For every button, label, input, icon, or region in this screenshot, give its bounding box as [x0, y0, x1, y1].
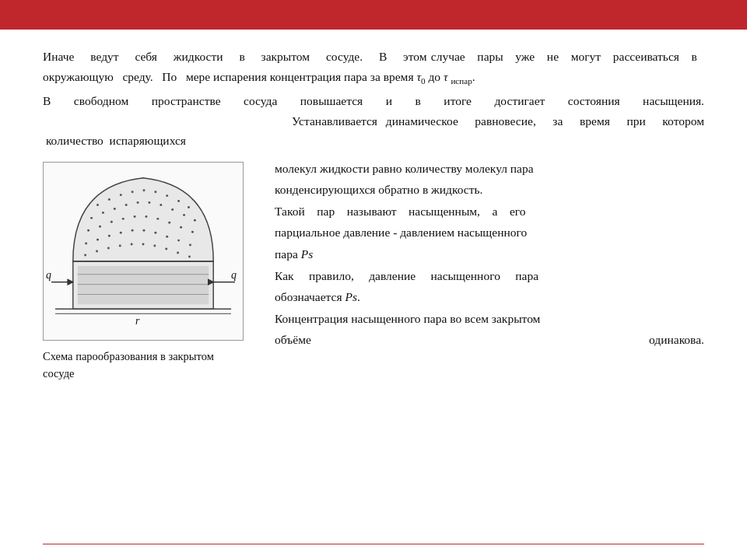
svg-rect-2: [78, 266, 209, 305]
tau-subscript-ispar: испар: [451, 76, 472, 86]
svg-point-5: [120, 194, 122, 196]
right-line-7: обозначается Ps.: [275, 287, 704, 307]
svg-point-35: [120, 231, 122, 233]
svg-point-16: [137, 201, 139, 204]
svg-point-33: [96, 238, 99, 240]
svg-point-50: [177, 251, 179, 254]
svg-point-42: [84, 254, 86, 256]
q-right-label: q: [231, 268, 237, 280]
right-line-3: Такой пар называют насыщенным, а его: [275, 201, 704, 222]
svg-point-7: [143, 189, 146, 191]
page: Иначе ведут себя жидкости в закрытом сос…: [0, 0, 747, 560]
svg-point-44: [107, 247, 110, 249]
ps-italic-1: Ps: [301, 247, 314, 261]
right-line-9: объёме одинакова.: [275, 330, 704, 350]
right-line-8: Концентрация насыщенного пара во всем за…: [275, 309, 704, 329]
right-line-9-end: одинакова.: [649, 330, 704, 350]
svg-point-9: [166, 194, 168, 197]
svg-point-29: [168, 222, 170, 224]
svg-point-32: [85, 242, 87, 244]
svg-point-14: [114, 208, 116, 210]
svg-point-40: [177, 239, 180, 241]
svg-point-34: [108, 234, 110, 236]
svg-point-15: [125, 204, 128, 206]
svg-point-18: [160, 204, 162, 206]
svg-point-26: [134, 215, 136, 218]
svg-point-4: [108, 198, 110, 201]
content-area: Иначе ведут себя жидкости в закрытом сос…: [0, 30, 747, 560]
svg-point-37: [143, 229, 146, 231]
svg-point-36: [132, 229, 134, 231]
svg-point-8: [154, 191, 156, 193]
svg-point-46: [131, 243, 133, 245]
svg-point-45: [119, 244, 121, 247]
svg-point-43: [96, 250, 98, 252]
svg-point-47: [142, 243, 145, 245]
right-line-6: Как правило, давление насыщенного пара: [275, 266, 704, 286]
paragraph-2: В свободном пространстве сосуда повышает…: [43, 91, 704, 151]
figure-box: q q r: [43, 162, 244, 341]
middle-section: q q r: [43, 159, 704, 530]
right-text-column: молекул жидкости равно количеству молеку…: [275, 159, 704, 530]
svg-point-23: [99, 226, 101, 228]
svg-point-3: [96, 204, 99, 206]
svg-point-22: [87, 229, 89, 231]
right-line-5: пара Ps: [275, 244, 704, 264]
q-left-label: q: [46, 268, 51, 280]
right-line-9-start: объёме: [275, 330, 311, 350]
svg-point-30: [180, 226, 182, 229]
svg-point-27: [145, 215, 147, 218]
svg-point-41: [189, 243, 191, 246]
tau-ispar: τ: [444, 70, 448, 83]
svg-point-13: [102, 212, 104, 214]
diagram-svg: q q r: [44, 163, 243, 340]
svg-point-11: [188, 206, 190, 208]
right-line-1: молекул жидкости равно количеству молеку…: [275, 159, 704, 179]
svg-point-20: [183, 214, 185, 216]
paragraph-1: Иначе ведут себя жидкости в закрытом сос…: [43, 47, 704, 88]
figure-caption: Схема парообразования в закрытом сосуде: [43, 348, 230, 383]
svg-point-19: [171, 208, 174, 211]
svg-point-51: [188, 255, 191, 257]
r-label: r: [135, 315, 140, 327]
svg-point-48: [153, 244, 156, 247]
bottom-divider: [43, 544, 704, 544]
svg-point-28: [156, 218, 159, 220]
svg-point-38: [154, 231, 156, 233]
svg-point-49: [165, 247, 167, 250]
svg-point-24: [110, 221, 113, 223]
svg-point-17: [148, 201, 150, 204]
right-line-2: конденсирующихся обратно в жидкость.: [275, 180, 704, 200]
svg-point-25: [122, 218, 124, 220]
tau-subscript-0: 0: [421, 76, 426, 86]
top-bar: [0, 0, 747, 30]
ps-italic-2: Ps: [345, 290, 357, 303]
svg-point-12: [90, 217, 93, 219]
svg-point-31: [191, 230, 194, 233]
svg-point-21: [194, 219, 196, 222]
right-line-4: парциальное давление - давлением насыщен…: [275, 222, 704, 243]
svg-point-6: [132, 191, 134, 193]
svg-point-39: [166, 235, 168, 237]
svg-point-10: [177, 200, 180, 202]
figure-column: q q r: [43, 159, 253, 530]
